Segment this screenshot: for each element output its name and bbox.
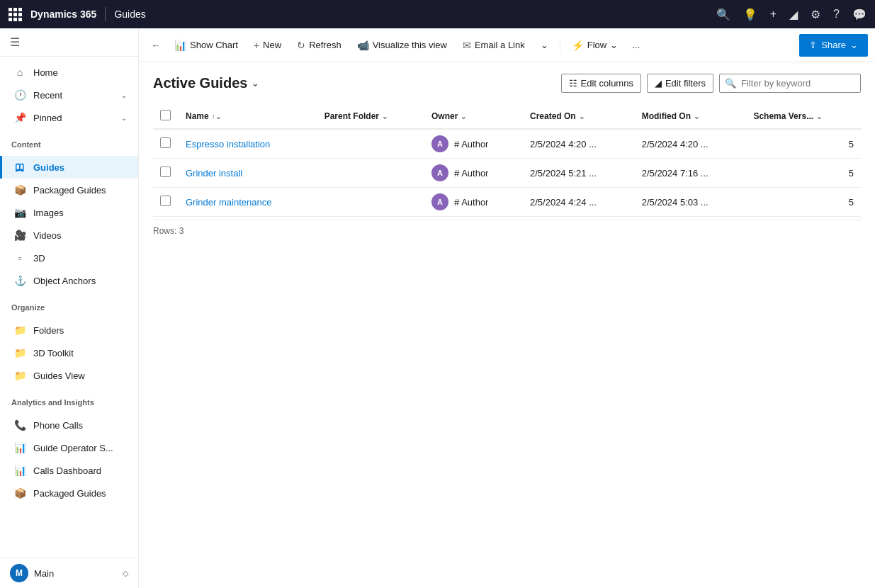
sidebar-item-packaged-guides-label: Packaged Guides [33, 185, 106, 196]
sidebar-item-pinned[interactable]: 📌 Pinned ⌄ [0, 106, 138, 129]
row3-name-link[interactable]: Grinder maintenance [186, 197, 271, 208]
col-owner[interactable]: Owner ⌄ [424, 104, 523, 129]
row2-checkbox[interactable] [160, 166, 171, 177]
recent-expand-icon: ⌄ [121, 91, 127, 99]
edit-columns-icon: ☷ [569, 78, 577, 89]
share-icon: ⇧ [809, 40, 817, 50]
sidebar-item-folders[interactable]: 📁 Folders [0, 319, 138, 341]
modified-sort-icon: ⌄ [694, 113, 699, 120]
visualize-label: Visualize this view [373, 40, 447, 50]
sidebar-item-guides-view[interactable]: 📁 Guides View [0, 364, 138, 387]
sidebar-item-calls-label: Calls Dashboard [33, 465, 101, 476]
new-button[interactable]: + New [247, 34, 288, 57]
sidebar-item-pinned-label: Pinned [33, 113, 62, 123]
settings-icon[interactable]: ⚙ [811, 8, 820, 21]
show-chart-button[interactable]: 📊 Show Chart [167, 34, 245, 57]
brand-label[interactable]: Dynamics 365 [30, 9, 96, 20]
col-modified-on[interactable]: Modified On ⌄ [635, 104, 747, 129]
3d-icon: ▫ [13, 252, 26, 264]
top-nav: Dynamics 365 Guides 🔍 💡 + ◢ ⚙ ? 💬 [0, 0, 875, 28]
back-button[interactable]: ← [146, 35, 166, 55]
content-section-title: Content [0, 133, 138, 152]
hamburger-button[interactable]: ☰ [0, 28, 138, 57]
share-button[interactable]: ⇧ Share ⌄ [799, 34, 868, 57]
sidebar-footer[interactable]: M Main ◇ [0, 558, 138, 588]
filter-icon[interactable]: ◢ [789, 8, 798, 21]
sidebar-item-home-label: Home [33, 67, 58, 78]
sidebar-item-guide-operator[interactable]: 📊 Guide Operator S... [0, 436, 138, 459]
table-row: Espresso installation A # Author 2/5/202… [153, 129, 861, 159]
flow-label: Flow [587, 40, 606, 50]
visualize-button[interactable]: 📹 Visualize this view [350, 34, 454, 57]
view-actions: ☷ Edit columns ◢ Edit filters 🔍 [561, 74, 862, 93]
flow-button[interactable]: ⚡ Flow ⌄ [565, 34, 625, 57]
sidebar-item-images[interactable]: 📷 Images [0, 201, 138, 224]
edit-columns-button[interactable]: ☷ Edit columns [561, 74, 641, 93]
col-parent-folder-label: Parent Folder [324, 111, 379, 121]
table-body: Espresso installation A # Author 2/5/202… [153, 129, 861, 217]
guides-icon: 🕮 [13, 162, 26, 173]
row2-name-link[interactable]: Grinder install [186, 168, 242, 179]
sidebar-item-calls-dashboard[interactable]: 📊 Calls Dashboard [0, 459, 138, 482]
table-row: Grinder install A # Author 2/5/2024 5:21… [153, 159, 861, 188]
pinned-expand-icon: ⌄ [121, 114, 127, 122]
row1-name-link[interactable]: Espresso installation [186, 139, 270, 149]
sidebar-item-phone-calls[interactable]: 📞 Phone Calls [0, 414, 138, 436]
more-icon: ... [632, 40, 640, 50]
row1-name-cell: Espresso installation [179, 129, 317, 159]
select-all-header[interactable] [153, 104, 179, 129]
edit-filters-icon: ◢ [655, 78, 662, 89]
help-icon[interactable]: ? [833, 8, 840, 21]
more-button[interactable]: ... [626, 34, 645, 57]
footer-icon: ◇ [123, 569, 128, 578]
view-title-chevron-icon[interactable]: ⌄ [252, 79, 259, 89]
row2-schema-cell: 5 [746, 159, 861, 188]
col-name-label: Name [186, 111, 209, 121]
app-grid-button[interactable] [9, 8, 22, 21]
row2-checkbox-cell [153, 159, 179, 188]
share-chevron-icon: ⌄ [850, 40, 858, 50]
row3-name-cell: Grinder maintenance [179, 188, 317, 217]
email-icon: ✉ [463, 40, 471, 51]
sidebar-item-videos-label: Videos [33, 230, 62, 241]
sidebar-item-object-anchors[interactable]: ⚓ Object Anchors [0, 269, 138, 292]
col-schema-version[interactable]: Schema Vers... ⌄ [746, 104, 861, 129]
edit-filters-button[interactable]: ◢ Edit filters [647, 74, 713, 93]
new-label: New [263, 40, 281, 50]
sidebar-item-3d-toolkit[interactable]: 📁 3D Toolkit [0, 341, 138, 364]
select-all-checkbox[interactable] [160, 110, 171, 120]
search-icon[interactable]: 🔍 [716, 8, 730, 21]
sidebar-item-toolkit-label: 3D Toolkit [33, 348, 74, 358]
sidebar-item-home[interactable]: ⌂ Home [0, 61, 138, 84]
sidebar-item-videos[interactable]: 🎥 Videos [0, 224, 138, 247]
plus-icon[interactable]: + [770, 8, 777, 21]
sidebar-item-packaged2[interactable]: 📦 Packaged Guides [0, 482, 138, 504]
flow-icon: ⚡ [572, 40, 584, 51]
row3-checkbox[interactable] [160, 196, 171, 206]
lightbulb-icon[interactable]: 💡 [743, 8, 757, 21]
filter-wrap: 🔍 [719, 74, 861, 93]
row1-checkbox[interactable] [160, 137, 171, 148]
app-label[interactable]: Guides [114, 9, 145, 20]
sidebar-item-packaged-guides[interactable]: 📦 Packaged Guides [0, 179, 138, 201]
owner-sort-icon: ⌄ [461, 113, 466, 120]
filter-keyword-input[interactable] [719, 74, 861, 93]
sidebar-nav-section: ⌂ Home 🕐 Recent ⌄ 📌 Pinned ⌄ [0, 57, 138, 133]
col-name[interactable]: Name ↑⌄ [179, 104, 317, 129]
chat-icon[interactable]: 💬 [852, 8, 866, 21]
guides-view-icon: 📁 [13, 370, 26, 381]
sidebar-item-3d[interactable]: ▫ 3D [0, 247, 138, 269]
sidebar-item-anchors-label: Object Anchors [33, 276, 96, 286]
refresh-button[interactable]: ↻ Refresh [290, 34, 349, 57]
sidebar-item-recent[interactable]: 🕐 Recent ⌄ [0, 84, 138, 106]
sidebar-item-guides[interactable]: 🕮 Guides [0, 156, 138, 179]
chevron-down-button[interactable]: ⌄ [534, 34, 555, 57]
sidebar-item-images-label: Images [33, 208, 64, 218]
col-parent-folder[interactable]: Parent Folder ⌄ [317, 104, 424, 129]
visualize-icon: 📹 [357, 40, 369, 51]
organize-section: 📁 Folders 📁 3D Toolkit 📁 Guides View [0, 315, 138, 391]
table-row: Grinder maintenance A # Author 2/5/2024 … [153, 188, 861, 217]
edit-columns-label: Edit columns [581, 78, 633, 89]
email-link-button[interactable]: ✉ Email a Link [456, 34, 532, 57]
col-created-on[interactable]: Created On ⌄ [523, 104, 635, 129]
